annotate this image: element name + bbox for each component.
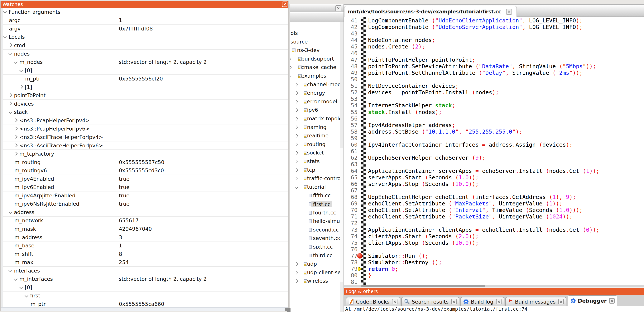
- chevron-right-icon[interactable]: [290, 57, 292, 61]
- tree-item-source[interactable]: source: [290, 38, 344, 45]
- watch-row[interactable]: m_ptr0x55555556cf20: [3, 75, 288, 83]
- code-line-71[interactable]: 71echoClient.SetAttribute ("PacketSize",…: [344, 213, 644, 220]
- code-line-69[interactable]: 69echoClient.SetAttribute ("MaxPackets",…: [344, 200, 644, 207]
- line-number[interactable]: 59: [344, 135, 359, 142]
- chevron-down-icon[interactable]: [8, 269, 12, 272]
- chevron-right-icon[interactable]: [294, 271, 298, 274]
- marker-margin[interactable]: [359, 194, 368, 200]
- chevron-right-icon[interactable]: [8, 93, 12, 97]
- marker-margin[interactable]: [359, 24, 368, 30]
- chevron-right-icon[interactable]: [294, 160, 298, 163]
- close-icon[interactable]: [496, 299, 502, 304]
- line-number[interactable]: 55: [344, 109, 359, 115]
- close-icon[interactable]: [282, 1, 288, 7]
- line-number[interactable]: 71: [344, 213, 359, 220]
- marker-margin[interactable]: [359, 50, 368, 57]
- chevron-right-icon[interactable]: [294, 109, 298, 112]
- line-number[interactable]: 76: [344, 246, 359, 253]
- line-number[interactable]: 49: [344, 70, 359, 76]
- line-number[interactable]: 60: [344, 142, 359, 148]
- marker-margin[interactable]: [359, 155, 368, 161]
- line-number[interactable]: 41: [344, 17, 359, 24]
- line-number[interactable]: 51: [344, 83, 359, 89]
- marker-margin[interactable]: [359, 115, 368, 122]
- watch-row[interactable]: <ns3::AsciiTraceHelperForIpv6>: [3, 142, 288, 150]
- marker-margin[interactable]: [359, 43, 368, 50]
- code-line-70[interactable]: 70echoClient.SetAttribute ("Interval", T…: [344, 207, 644, 213]
- close-icon[interactable]: [451, 299, 456, 304]
- chevron-down-icon[interactable]: [3, 35, 7, 39]
- tree-item-energy[interactable]: energy: [290, 90, 344, 97]
- editor-horizontal-scrollbar[interactable]: [344, 285, 644, 288]
- code-line-67[interactable]: 67: [344, 187, 644, 194]
- tree-item-tutorial[interactable]: tutorial: [290, 184, 344, 191]
- watch-row[interactable]: m_ipv6Enabledtrue: [3, 183, 288, 191]
- watches-titlebar[interactable]: Watches: [0, 1, 288, 8]
- logs-titlebar[interactable]: Logs & others: [344, 288, 644, 295]
- marker-margin[interactable]: [359, 161, 368, 167]
- chevron-right-icon[interactable]: [294, 83, 298, 86]
- chevron-down-icon[interactable]: [8, 210, 12, 214]
- tree-horizontal-scrollbar-thumb[interactable]: [287, 308, 290, 312]
- line-number[interactable]: 44: [344, 37, 359, 43]
- marker-margin[interactable]: [359, 253, 368, 259]
- line-number[interactable]: 62: [344, 155, 359, 161]
- watch-row[interactable]: m_tcpFactory: [3, 150, 288, 158]
- line-number[interactable]: 67: [344, 187, 359, 194]
- code-line-50[interactable]: 50: [344, 76, 644, 83]
- line-number[interactable]: 70: [344, 207, 359, 213]
- watch-row[interactable]: address: [3, 208, 288, 217]
- code-line-57[interactable]: 57Ipv4AddressHelper address;: [344, 122, 644, 128]
- tree-item-hello-simul[interactable]: hello-simul: [290, 218, 344, 225]
- chevron-down-icon[interactable]: [14, 277, 18, 281]
- code-line-48[interactable]: 48pointToPoint.SetDeviceAttribute ("Data…: [344, 63, 644, 70]
- close-icon[interactable]: [336, 5, 341, 11]
- code-line-59[interactable]: 59: [344, 135, 644, 142]
- line-number[interactable]: 48: [344, 63, 359, 70]
- watch-row[interactable]: stack: [3, 108, 288, 117]
- chevron-right-icon[interactable]: [294, 177, 298, 180]
- code-line-77[interactable]: 77Simulator::Run ();: [344, 253, 644, 259]
- close-icon[interactable]: [609, 298, 614, 304]
- tree-item-fourth-cc[interactable]: fourth.cc: [290, 209, 344, 216]
- tree-item-naming[interactable]: naming: [290, 124, 344, 131]
- logs-tab-search-results[interactable]: Search results: [401, 297, 459, 306]
- code-line-75[interactable]: 75clientApps.Stop (Seconds (10.0));: [344, 240, 644, 246]
- watch-row[interactable]: m_ipv4Enabledtrue: [3, 175, 288, 183]
- chevron-right-icon[interactable]: [294, 279, 298, 283]
- scrollbar-thumb[interactable]: [340, 148, 343, 282]
- marker-margin[interactable]: [359, 128, 368, 135]
- marker-margin[interactable]: [359, 96, 368, 102]
- chevron-down-icon[interactable]: [19, 285, 23, 289]
- line-number[interactable]: 74: [344, 233, 359, 240]
- chevron-right-icon[interactable]: [294, 91, 298, 95]
- chevron-down-icon[interactable]: [294, 185, 298, 189]
- code-line-73[interactable]: 73ApplicationContainer clientApps = echo…: [344, 227, 644, 233]
- chevron-right-icon[interactable]: [290, 66, 292, 69]
- marker-margin[interactable]: [359, 213, 368, 220]
- line-number[interactable]: 61: [344, 148, 359, 155]
- code-line-51[interactable]: 51NetDeviceContainer devices;: [344, 83, 644, 89]
- line-number[interactable]: 56: [344, 115, 359, 122]
- marker-margin[interactable]: [359, 17, 368, 24]
- tree-item-routing[interactable]: routing: [290, 141, 344, 148]
- line-number[interactable]: 79: [344, 266, 359, 272]
- tree-item-tcp[interactable]: tcp: [290, 167, 344, 174]
- code-line-46[interactable]: 46: [344, 50, 644, 57]
- watch-row[interactable]: nodes: [3, 50, 288, 58]
- line-number[interactable]: 58: [344, 128, 359, 135]
- marker-margin[interactable]: [359, 37, 368, 43]
- chevron-down-icon[interactable]: [290, 74, 292, 78]
- marker-margin[interactable]: [359, 240, 368, 246]
- watch-row[interactable]: interfaces: [3, 267, 288, 275]
- tree-item-cmake-cache[interactable]: cmake_cache: [290, 64, 344, 71]
- line-number[interactable]: 57: [344, 122, 359, 128]
- watch-row[interactable]: m_routing0x555555587c50: [3, 158, 288, 166]
- code-line-61[interactable]: 61: [344, 148, 644, 155]
- marker-margin[interactable]: [359, 89, 368, 96]
- watch-row[interactable]: <ns3::PcapHelperForIpv4>: [3, 116, 288, 125]
- code-line-43[interactable]: 43: [344, 30, 644, 37]
- line-number[interactable]: 47: [344, 57, 359, 63]
- line-number[interactable]: 63: [344, 161, 359, 167]
- chevron-right-icon[interactable]: [14, 135, 18, 139]
